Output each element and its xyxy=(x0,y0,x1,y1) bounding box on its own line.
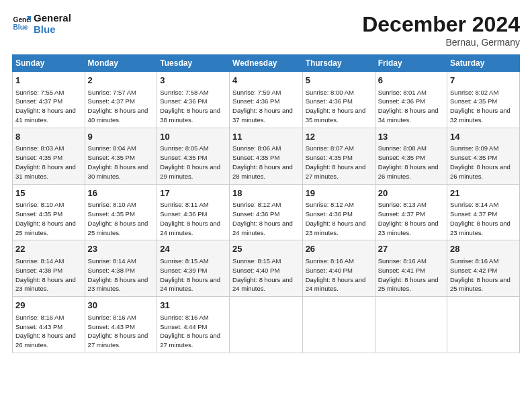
calendar-day-cell: 15 Sunrise: 8:10 AM Sunset: 4:35 PM Dayl… xyxy=(13,184,85,240)
svg-text:Blue: Blue xyxy=(13,24,28,32)
calendar-day-cell xyxy=(302,297,375,353)
day-sunset: Sunset: 4:36 PM xyxy=(232,210,279,218)
day-sunset: Sunset: 4:35 PM xyxy=(88,210,135,218)
calendar-day-cell: 18 Sunrise: 8:12 AM Sunset: 4:36 PM Dayl… xyxy=(230,184,303,240)
page-container: General Blue General Blue December 2024 … xyxy=(0,0,532,360)
day-sunrise: Sunrise: 8:10 AM xyxy=(15,201,64,208)
weekday-header-cell: Wednesday xyxy=(230,55,303,72)
day-sunrise: Sunrise: 8:13 AM xyxy=(378,201,427,208)
day-sunset: Sunset: 4:43 PM xyxy=(15,323,62,330)
calendar-day-cell: 26 Sunrise: 8:16 AM Sunset: 4:40 PM Dayl… xyxy=(302,240,375,297)
day-number: 19 xyxy=(306,187,372,199)
calendar-day-cell: 14 Sunrise: 8:09 AM Sunset: 4:35 PM Dayl… xyxy=(447,128,520,184)
calendar-day-cell: 8 Sunrise: 8:03 AM Sunset: 4:35 PM Dayli… xyxy=(13,128,85,184)
day-daylight: Daylight: 8 hours and 28 minutes. xyxy=(232,163,293,180)
day-number: 7 xyxy=(450,75,517,87)
day-number: 21 xyxy=(450,187,517,199)
day-number: 6 xyxy=(378,75,444,87)
day-sunset: Sunset: 4:36 PM xyxy=(306,97,353,105)
day-number: 28 xyxy=(450,243,517,255)
day-sunrise: Sunrise: 8:15 AM xyxy=(232,257,281,265)
day-daylight: Daylight: 8 hours and 25 minutes. xyxy=(450,276,511,293)
day-number: 18 xyxy=(232,187,300,199)
day-sunset: Sunset: 4:39 PM xyxy=(160,267,207,274)
day-sunset: Sunset: 4:36 PM xyxy=(232,97,279,105)
day-sunset: Sunset: 4:41 PM xyxy=(378,267,425,274)
calendar-week-row: 15 Sunrise: 8:10 AM Sunset: 4:35 PM Dayl… xyxy=(13,184,520,240)
day-number: 23 xyxy=(88,243,154,255)
day-sunrise: Sunrise: 7:55 AM xyxy=(15,89,64,96)
calendar-day-cell: 11 Sunrise: 8:06 AM Sunset: 4:35 PM Dayl… xyxy=(230,128,303,184)
day-daylight: Daylight: 8 hours and 38 minutes. xyxy=(160,107,220,124)
calendar-day-cell: 12 Sunrise: 8:07 AM Sunset: 4:35 PM Dayl… xyxy=(302,128,375,184)
weekday-header-cell: Tuesday xyxy=(157,55,230,72)
calendar-day-cell: 10 Sunrise: 8:05 AM Sunset: 4:35 PM Dayl… xyxy=(157,128,230,184)
day-daylight: Daylight: 8 hours and 35 minutes. xyxy=(306,107,366,124)
day-sunrise: Sunrise: 8:02 AM xyxy=(450,89,498,96)
day-sunset: Sunset: 4:35 PM xyxy=(306,154,353,161)
calendar-day-cell: 16 Sunrise: 8:10 AM Sunset: 4:35 PM Dayl… xyxy=(85,184,157,240)
location: Bernau, Germany xyxy=(362,37,520,48)
calendar-day-cell: 1 Sunrise: 7:55 AM Sunset: 4:37 PM Dayli… xyxy=(13,72,85,128)
calendar-header-row: SundayMondayTuesdayWednesdayThursdayFrid… xyxy=(13,55,520,72)
day-daylight: Daylight: 8 hours and 25 minutes. xyxy=(15,220,76,236)
calendar-day-cell: 25 Sunrise: 8:15 AM Sunset: 4:40 PM Dayl… xyxy=(230,240,303,297)
calendar-day-cell xyxy=(447,297,520,353)
day-sunset: Sunset: 4:35 PM xyxy=(160,154,207,161)
day-sunrise: Sunrise: 8:11 AM xyxy=(160,201,208,208)
day-sunset: Sunset: 4:35 PM xyxy=(450,97,497,105)
calendar-day-cell: 17 Sunrise: 8:11 AM Sunset: 4:36 PM Dayl… xyxy=(157,184,230,240)
weekday-header-cell: Thursday xyxy=(302,55,375,72)
day-daylight: Daylight: 8 hours and 32 minutes. xyxy=(450,107,511,124)
day-daylight: Daylight: 8 hours and 40 minutes. xyxy=(88,107,148,124)
day-sunset: Sunset: 4:36 PM xyxy=(160,210,207,218)
day-daylight: Daylight: 8 hours and 27 minutes. xyxy=(88,332,148,349)
page-header: General Blue General Blue December 2024 … xyxy=(12,12,520,48)
day-sunset: Sunset: 4:35 PM xyxy=(232,154,279,161)
day-sunrise: Sunrise: 7:58 AM xyxy=(160,89,208,96)
calendar-day-cell: 7 Sunrise: 8:02 AM Sunset: 4:35 PM Dayli… xyxy=(447,72,520,128)
calendar-day-cell: 19 Sunrise: 8:12 AM Sunset: 4:36 PM Dayl… xyxy=(302,184,375,240)
day-number: 13 xyxy=(378,131,444,143)
day-daylight: Daylight: 8 hours and 27 minutes. xyxy=(160,332,220,349)
day-daylight: Daylight: 8 hours and 23 minutes. xyxy=(88,276,148,293)
day-number: 30 xyxy=(88,300,154,312)
day-daylight: Daylight: 8 hours and 41 minutes. xyxy=(15,107,76,124)
calendar-week-row: 22 Sunrise: 8:14 AM Sunset: 4:38 PM Dayl… xyxy=(13,240,520,297)
day-daylight: Daylight: 8 hours and 23 minutes. xyxy=(450,220,511,236)
day-sunrise: Sunrise: 8:05 AM xyxy=(160,144,208,152)
day-daylight: Daylight: 8 hours and 23 minutes. xyxy=(378,220,439,236)
day-sunset: Sunset: 4:38 PM xyxy=(15,267,62,274)
logo-text: General Blue xyxy=(34,12,71,36)
calendar-day-cell: 30 Sunrise: 8:16 AM Sunset: 4:43 PM Dayl… xyxy=(85,297,157,353)
day-sunset: Sunset: 4:37 PM xyxy=(378,210,425,218)
day-sunrise: Sunrise: 8:14 AM xyxy=(450,201,498,208)
day-daylight: Daylight: 8 hours and 34 minutes. xyxy=(378,107,439,124)
day-number: 16 xyxy=(88,187,154,199)
calendar-day-cell: 29 Sunrise: 8:16 AM Sunset: 4:43 PM Dayl… xyxy=(13,297,85,353)
day-sunrise: Sunrise: 7:57 AM xyxy=(88,89,136,96)
day-sunset: Sunset: 4:35 PM xyxy=(378,154,425,161)
day-daylight: Daylight: 8 hours and 26 minutes. xyxy=(15,332,76,349)
calendar-day-cell: 4 Sunrise: 7:59 AM Sunset: 4:36 PM Dayli… xyxy=(230,72,303,128)
calendar-day-cell: 22 Sunrise: 8:14 AM Sunset: 4:38 PM Dayl… xyxy=(13,240,85,297)
day-sunset: Sunset: 4:35 PM xyxy=(15,154,62,161)
day-sunrise: Sunrise: 8:14 AM xyxy=(15,257,64,265)
day-number: 5 xyxy=(306,75,372,87)
day-sunrise: Sunrise: 8:12 AM xyxy=(306,201,354,208)
day-daylight: Daylight: 8 hours and 27 minutes. xyxy=(306,163,366,180)
day-daylight: Daylight: 8 hours and 37 minutes. xyxy=(232,107,293,124)
day-daylight: Daylight: 8 hours and 24 minutes. xyxy=(160,220,220,236)
calendar-body: 1 Sunrise: 7:55 AM Sunset: 4:37 PM Dayli… xyxy=(13,72,520,353)
day-daylight: Daylight: 8 hours and 26 minutes. xyxy=(450,163,511,180)
day-number: 12 xyxy=(306,131,372,143)
day-sunrise: Sunrise: 8:16 AM xyxy=(15,314,64,321)
calendar-day-cell: 23 Sunrise: 8:14 AM Sunset: 4:38 PM Dayl… xyxy=(85,240,157,297)
day-number: 11 xyxy=(232,131,300,143)
day-sunrise: Sunrise: 8:15 AM xyxy=(160,257,208,265)
calendar-day-cell: 21 Sunrise: 8:14 AM Sunset: 4:37 PM Dayl… xyxy=(447,184,520,240)
calendar-day-cell: 5 Sunrise: 8:00 AM Sunset: 4:36 PM Dayli… xyxy=(302,72,375,128)
calendar-day-cell: 3 Sunrise: 7:58 AM Sunset: 4:36 PM Dayli… xyxy=(157,72,230,128)
day-sunset: Sunset: 4:35 PM xyxy=(88,154,135,161)
day-number: 26 xyxy=(306,243,372,255)
